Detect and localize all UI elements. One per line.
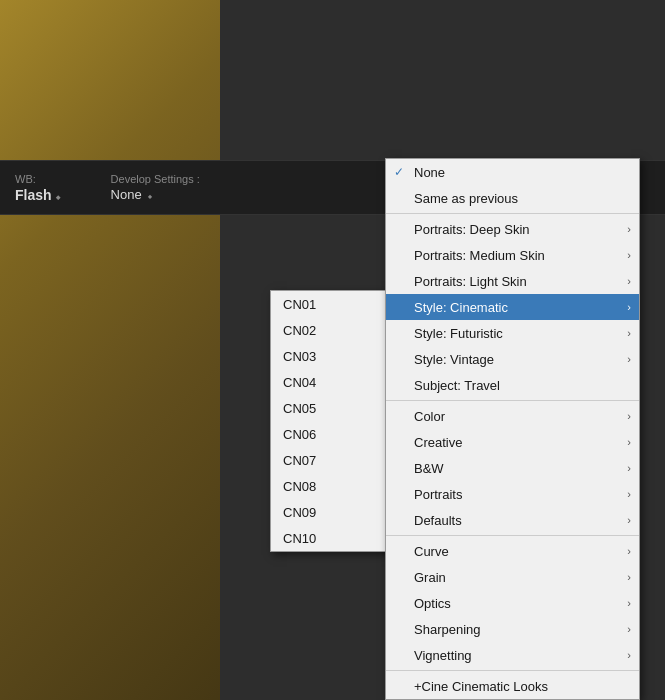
menu-item-label: Subject: Travel (414, 378, 500, 393)
chevron-right-icon: › (627, 462, 631, 474)
menu-item-creative[interactable]: Creative› (386, 429, 639, 455)
main-menu: ✓NoneSame as previousPortraits: Deep Ski… (385, 158, 640, 700)
sub-menu: CN01CN02CN03CN04CN05CN06CN07CN08CN09CN10 (270, 290, 390, 552)
submenu-item-cn01[interactable]: CN01 (271, 291, 389, 317)
menu-item-label: Style: Cinematic (414, 300, 508, 315)
menu-item-label: Defaults (414, 513, 462, 528)
submenu-item-cn07[interactable]: CN07 (271, 447, 389, 473)
submenu-item-cn08[interactable]: CN08 (271, 473, 389, 499)
menu-separator (386, 400, 639, 401)
submenu-item-label: CN03 (283, 349, 316, 364)
submenu-item-label: CN06 (283, 427, 316, 442)
menu-item-label: Portraits: Deep Skin (414, 222, 530, 237)
wb-label: WB: (15, 173, 61, 185)
chevron-right-icon: › (627, 327, 631, 339)
submenu-item-label: CN04 (283, 375, 316, 390)
chevron-right-icon: › (627, 649, 631, 661)
menu-item-label: Portraits: Medium Skin (414, 248, 545, 263)
menu-item-defaults[interactable]: Defaults› (386, 507, 639, 533)
menu-item-label: B&W (414, 461, 444, 476)
menu-item-label: Style: Futuristic (414, 326, 503, 341)
chevron-right-icon: › (627, 597, 631, 609)
menu-item-label: Portraits: Light Skin (414, 274, 527, 289)
menu-item-label: +Cine Cinematic Looks (414, 679, 548, 694)
develop-value[interactable]: None ⬥ (111, 187, 200, 202)
submenu-item-label: CN08 (283, 479, 316, 494)
submenu-item-label: CN10 (283, 531, 316, 546)
menu-item-label: None (414, 165, 445, 180)
menu-item-bw[interactable]: B&W› (386, 455, 639, 481)
menu-item-label: Sharpening (414, 622, 481, 637)
menu-item-label: Grain (414, 570, 446, 585)
menu-item-style-futuristic[interactable]: Style: Futuristic› (386, 320, 639, 346)
menu-item-portraits-light[interactable]: Portraits: Light Skin› (386, 268, 639, 294)
submenu-item-cn10[interactable]: CN10 (271, 525, 389, 551)
check-icon: ✓ (394, 165, 404, 179)
chevron-right-icon: › (627, 353, 631, 365)
menu-item-portraits[interactable]: Portraits› (386, 481, 639, 507)
submenu-item-label: CN07 (283, 453, 316, 468)
menu-item-optics[interactable]: Optics› (386, 590, 639, 616)
chevron-right-icon: › (627, 249, 631, 261)
menu-item-portraits-medium[interactable]: Portraits: Medium Skin› (386, 242, 639, 268)
submenu-item-cn03[interactable]: CN03 (271, 343, 389, 369)
menu-item-label: Creative (414, 435, 462, 450)
submenu-item-label: CN09 (283, 505, 316, 520)
bg-image (0, 0, 220, 700)
submenu-item-cn09[interactable]: CN09 (271, 499, 389, 525)
menu-item-color[interactable]: Color› (386, 403, 639, 429)
wb-section: WB: Flash⬥ (15, 173, 61, 203)
menu-item-subject-travel[interactable]: Subject: Travel (386, 372, 639, 398)
menu-separator (386, 535, 639, 536)
menu-item-label: Vignetting (414, 648, 472, 663)
menu-separator (386, 213, 639, 214)
submenu-item-label: CN05 (283, 401, 316, 416)
menu-item-same-as-previous[interactable]: Same as previous (386, 185, 639, 211)
menu-item-label: Optics (414, 596, 451, 611)
menu-item-label: Portraits (414, 487, 462, 502)
chevron-right-icon: › (627, 623, 631, 635)
menu-item-style-vintage[interactable]: Style: Vintage› (386, 346, 639, 372)
menu-item-cine-looks[interactable]: +Cine Cinematic Looks (386, 673, 639, 699)
chevron-right-icon: › (627, 571, 631, 583)
chevron-right-icon: › (627, 275, 631, 287)
menu-separator (386, 670, 639, 671)
menu-item-label: Style: Vintage (414, 352, 494, 367)
submenu-item-label: CN02 (283, 323, 316, 338)
chevron-right-icon: › (627, 436, 631, 448)
chevron-right-icon: › (627, 223, 631, 235)
submenu-item-cn04[interactable]: CN04 (271, 369, 389, 395)
menu-item-none[interactable]: ✓None (386, 159, 639, 185)
menu-item-label: Same as previous (414, 191, 518, 206)
menu-item-curve[interactable]: Curve› (386, 538, 639, 564)
develop-arrow-icon: ⬥ (145, 190, 154, 201)
chevron-right-icon: › (627, 545, 631, 557)
wb-arrow-icon: ⬥ (55, 191, 61, 202)
submenu-item-label: CN01 (283, 297, 316, 312)
chevron-right-icon: › (627, 410, 631, 422)
develop-label: Develop Settings : (111, 173, 200, 185)
menu-item-vignetting[interactable]: Vignetting› (386, 642, 639, 668)
menu-item-grain[interactable]: Grain› (386, 564, 639, 590)
submenu-item-cn05[interactable]: CN05 (271, 395, 389, 421)
menu-item-label: Curve (414, 544, 449, 559)
submenu-item-cn02[interactable]: CN02 (271, 317, 389, 343)
menu-item-label: Color (414, 409, 445, 424)
develop-section: Develop Settings : None ⬥ (111, 173, 200, 202)
chevron-right-icon: › (627, 514, 631, 526)
chevron-right-icon: › (627, 488, 631, 500)
wb-value[interactable]: Flash⬥ (15, 187, 61, 203)
menu-item-style-cinematic[interactable]: Style: Cinematic› (386, 294, 639, 320)
chevron-right-icon: › (627, 301, 631, 313)
menu-item-portraits-deep[interactable]: Portraits: Deep Skin› (386, 216, 639, 242)
submenu-item-cn06[interactable]: CN06 (271, 421, 389, 447)
menu-item-sharpening[interactable]: Sharpening› (386, 616, 639, 642)
